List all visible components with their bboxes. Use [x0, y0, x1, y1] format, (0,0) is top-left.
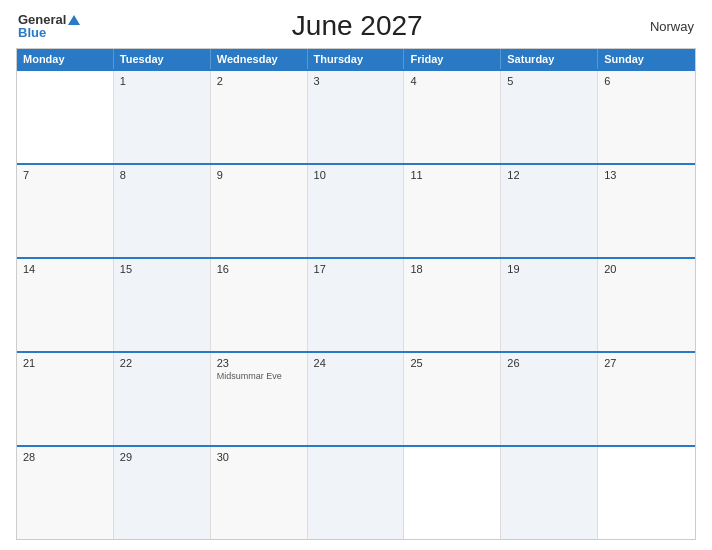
day-header-saturday: Saturday	[501, 49, 598, 69]
day-cell-30: 30	[211, 447, 308, 539]
calendar-page: General Blue June 2027 Norway Monday Tue…	[0, 0, 712, 550]
day-cell-17: 17	[308, 259, 405, 351]
day-header-tuesday: Tuesday	[114, 49, 211, 69]
day-cell-15: 15	[114, 259, 211, 351]
day-cell-26: 26	[501, 353, 598, 445]
day-cell-29: 29	[114, 447, 211, 539]
day-header-thursday: Thursday	[308, 49, 405, 69]
day-cell-2: 2	[211, 71, 308, 163]
weeks-container: 1 2 3 4 5 6 7 8 9 10 11 12 13 14 15 16	[17, 69, 695, 539]
day-cell-3: 3	[308, 71, 405, 163]
day-cell-4: 4	[404, 71, 501, 163]
day-header-wednesday: Wednesday	[211, 49, 308, 69]
day-cell-empty-34	[598, 447, 695, 539]
day-cell-27: 27	[598, 353, 695, 445]
day-headers-row: Monday Tuesday Wednesday Thursday Friday…	[17, 49, 695, 69]
day-cell-21: 21	[17, 353, 114, 445]
logo-triangle-icon	[68, 15, 80, 25]
week-row-4: 21 22 23 Midsummar Eve 24 25 26 27	[17, 351, 695, 445]
calendar-grid: Monday Tuesday Wednesday Thursday Friday…	[16, 48, 696, 540]
day-header-monday: Monday	[17, 49, 114, 69]
calendar-title: June 2027	[80, 10, 634, 42]
day-cell-12: 12	[501, 165, 598, 257]
week-row-2: 7 8 9 10 11 12 13	[17, 163, 695, 257]
day-cell-7: 7	[17, 165, 114, 257]
day-cell-9: 9	[211, 165, 308, 257]
day-cell-25: 25	[404, 353, 501, 445]
day-cell-22: 22	[114, 353, 211, 445]
day-cell-11: 11	[404, 165, 501, 257]
day-header-sunday: Sunday	[598, 49, 695, 69]
day-cell-13: 13	[598, 165, 695, 257]
day-cell-6: 6	[598, 71, 695, 163]
midsummar-eve-event: Midsummar Eve	[217, 371, 301, 381]
logo-blue-text: Blue	[18, 26, 80, 39]
day-cell-23: 23 Midsummar Eve	[211, 353, 308, 445]
day-cell-16: 16	[211, 259, 308, 351]
day-cell-5: 5	[501, 71, 598, 163]
day-cell-18: 18	[404, 259, 501, 351]
week-row-5: 28 29 30	[17, 445, 695, 539]
country-label: Norway	[634, 19, 694, 34]
day-cell-1: 1	[114, 71, 211, 163]
week-row-1: 1 2 3 4 5 6	[17, 69, 695, 163]
day-cell-empty-33	[501, 447, 598, 539]
day-cell-14: 14	[17, 259, 114, 351]
day-cell-24: 24	[308, 353, 405, 445]
day-cell-empty	[17, 71, 114, 163]
header: General Blue June 2027 Norway	[16, 10, 696, 42]
day-cell-8: 8	[114, 165, 211, 257]
day-cell-19: 19	[501, 259, 598, 351]
day-cell-empty-32	[404, 447, 501, 539]
logo: General Blue	[18, 13, 80, 39]
day-cell-28: 28	[17, 447, 114, 539]
day-cell-20: 20	[598, 259, 695, 351]
day-cell-empty-31	[308, 447, 405, 539]
day-cell-10: 10	[308, 165, 405, 257]
day-header-friday: Friday	[404, 49, 501, 69]
week-row-3: 14 15 16 17 18 19 20	[17, 257, 695, 351]
